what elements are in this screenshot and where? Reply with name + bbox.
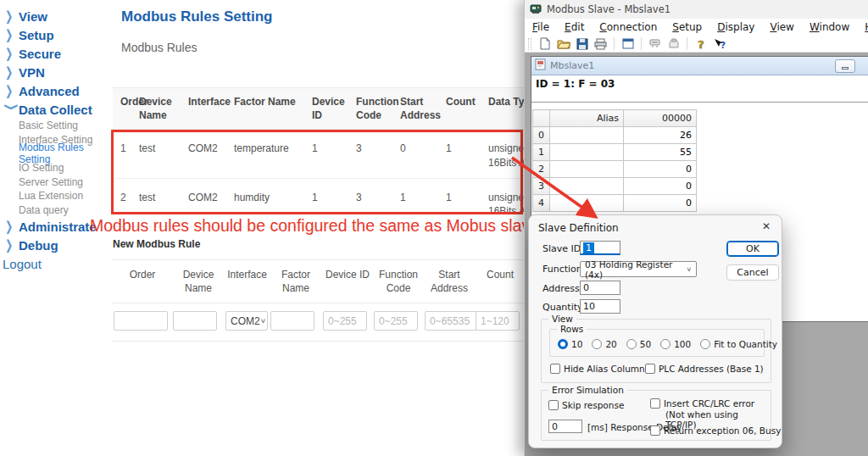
close-icon[interactable]: ✕ [762, 220, 771, 232]
sidebar-item-advanced[interactable]: ❯Advanced [0, 81, 112, 100]
register-row[interactable]: 4 0 [533, 195, 697, 212]
menu-view[interactable]: View [762, 21, 801, 33]
busy-exception-checkbox[interactable]: Return exception 06, Busy [650, 425, 781, 436]
menu-file[interactable]: File [525, 21, 557, 33]
chevron-down-icon: ∨ [260, 317, 266, 325]
function-select[interactable]: 03 Holding Register (4x) ∨ [580, 261, 697, 277]
address-input[interactable]: 0 [580, 281, 620, 295]
sidebar-item-view[interactable]: ❯View [0, 7, 112, 25]
rows-20-radio[interactable]: 20 [592, 339, 616, 349]
sidebar-item-modbus-rules-setting[interactable]: Modbus Rules Setting [0, 147, 112, 161]
plc-addresses-checkbox[interactable]: PLC Addresses (Base 1) [645, 364, 764, 374]
sidebar-item-lua-extension[interactable]: Lua Extension [0, 189, 112, 203]
register-row[interactable]: 3 0 [533, 178, 697, 195]
sidebar-item-vpn[interactable]: ❯VPN [0, 63, 112, 81]
display-setup-icon[interactable] [620, 36, 636, 51]
chevron-right-icon: ❯ [5, 237, 19, 253]
rows-50-radio[interactable]: 50 [626, 339, 651, 349]
save-icon[interactable] [574, 36, 590, 51]
rows-group: Rows 10 20 50 100 Fit to Quantity [549, 329, 765, 357]
register-row[interactable]: 1 55 [533, 144, 697, 161]
order-input[interactable] [114, 311, 168, 331]
logout-link[interactable]: Logout [3, 257, 42, 271]
error-simulation-group: Error Simulation Skip response Insert CR… [541, 390, 771, 441]
sidebar-item-server-setting[interactable]: Server Setting [0, 175, 112, 189]
sidebar-item-data-query[interactable]: Data query [0, 203, 112, 218]
chevron-right-icon: ❯ [5, 8, 19, 24]
help-icon[interactable]: ? [693, 36, 709, 51]
start-address-input[interactable] [425, 311, 479, 331]
chevron-right-icon: ❯ [5, 83, 19, 98]
checkbox-icon [550, 364, 560, 374]
radio-icon [660, 339, 670, 349]
menu-help[interactable]: Help [857, 21, 868, 33]
fit-to-quantity-radio[interactable]: Fit to Quantity [700, 339, 777, 349]
new-rule-title: New Modbus Rule [113, 238, 534, 250]
menu-edit[interactable]: Edit [557, 21, 592, 33]
register-row[interactable]: 2 0 [533, 161, 697, 178]
document-title-bar[interactable]: Mbslave1 [531, 57, 868, 75]
function-code-input[interactable] [374, 311, 418, 331]
section-subtitle: Modbus Rules [121, 41, 198, 54]
menu-setup[interactable]: Setup [665, 21, 709, 33]
checkbox-icon [645, 364, 655, 374]
register-grid[interactable]: Alias 00000 0 26 1 55 2 0 [532, 109, 697, 212]
chevron-right-icon: ❯ [5, 46, 19, 61]
table-row: 1 test COM2 temperature 1 3 0 1 unsigned… [113, 130, 537, 178]
context-help-icon[interactable]: ? [711, 36, 727, 51]
sidebar-item-basic-setting[interactable]: Basic Setting [0, 119, 112, 133]
app-title-bar[interactable]: Modbus Slave - Mbslave1 [525, 0, 868, 19]
document-title: Mbslave1 [550, 60, 594, 71]
modbus-rules-table: Order Device Name Interface Factor Name … [113, 87, 537, 227]
rows-100-radio[interactable]: 100 [660, 339, 691, 349]
new-file-icon[interactable] [537, 36, 553, 51]
minimize-icon [842, 67, 849, 70]
slave-id-input[interactable]: 1 [580, 241, 620, 255]
count-input[interactable] [476, 311, 520, 331]
rows-10-radio[interactable]: 10 [558, 339, 582, 349]
cancel-button[interactable]: Cancel [726, 264, 779, 281]
sidebar-item-setup[interactable]: ❯Setup [0, 25, 112, 44]
device-name-input[interactable] [173, 311, 217, 331]
interface-select[interactable]: COM2 ∨ [225, 311, 268, 331]
minimize-button[interactable] [835, 59, 855, 73]
checkbox-icon [548, 400, 559, 410]
toolbar-separator [687, 37, 687, 50]
toolbar-separator [641, 37, 642, 50]
open-file-icon[interactable] [555, 36, 571, 51]
quantity-label: Quantity: [542, 302, 585, 313]
alias-column-header: Alias [550, 110, 624, 127]
sidebar-item-debug[interactable]: ❯Debug [0, 236, 112, 254]
slave-definition-dialog: Slave Definition ✕ Slave ID: 1 OK Functi… [528, 214, 782, 448]
value-column-header: 00000 [624, 110, 697, 127]
view-group-label: View [548, 314, 576, 324]
radio-icon [592, 339, 602, 349]
document-icon [535, 58, 546, 74]
skip-response-checkbox[interactable]: Skip response [548, 400, 624, 410]
menu-bar: File Edit Connection Setup Display View … [525, 19, 868, 36]
ok-button[interactable]: OK [726, 241, 779, 257]
checkbox-icon [650, 425, 660, 436]
svg-text:?: ? [698, 38, 704, 50]
menu-display[interactable]: Display [709, 21, 762, 33]
hide-alias-checkbox[interactable]: Hide Alias Columns [550, 364, 649, 374]
factor-name-input[interactable] [270, 311, 314, 331]
error-group-label: Error Simulation [548, 385, 627, 395]
quantity-input[interactable]: 10 [580, 299, 620, 314]
crc-error-checkbox[interactable]: Insert CRC/LRC error [650, 398, 754, 409]
sidebar-item-secure[interactable]: ❯Secure [0, 44, 112, 63]
device-id-input[interactable] [323, 311, 367, 331]
toolbar-separator [614, 37, 615, 50]
communication-traffic-icon[interactable] [665, 36, 682, 51]
response-delay-input[interactable]: 0 [548, 420, 582, 433]
print-icon[interactable] [593, 36, 609, 51]
menu-connection[interactable]: Connection [592, 21, 665, 33]
poll-definition-icon[interactable] [647, 36, 663, 51]
app-icon [530, 2, 542, 18]
menu-window[interactable]: Window [802, 21, 857, 33]
chevron-right-icon: ❯ [5, 64, 19, 80]
sidebar-item-data-collect[interactable]: ❯Data Collect [0, 100, 112, 119]
new-rule-header: Order Device Name Interface Factor Name … [113, 259, 534, 303]
register-row[interactable]: 0 26 [533, 127, 697, 144]
annotation-note: Modbus rules should be configured the sa… [90, 216, 539, 236]
